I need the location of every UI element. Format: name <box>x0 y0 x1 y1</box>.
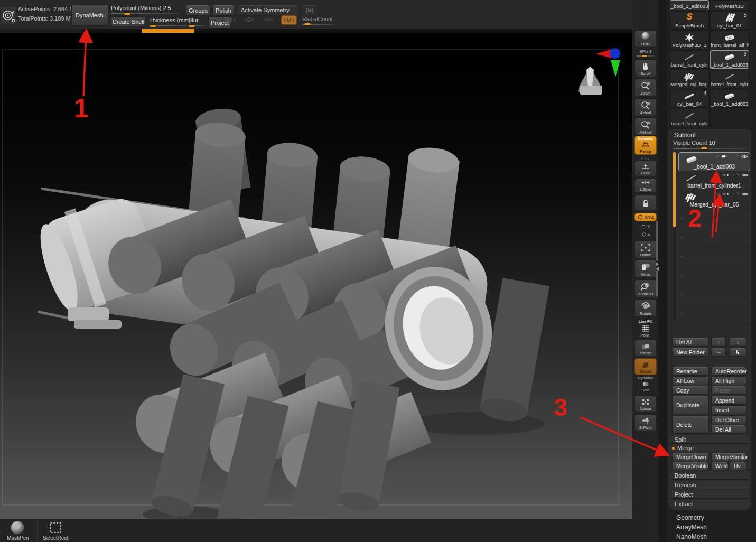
zoom3d-button[interactable]: Zoom3D <box>634 279 657 297</box>
all-high-button[interactable]: All High <box>711 376 746 385</box>
rename-button[interactable]: Rename <box>672 367 709 376</box>
thickness-slider[interactable] <box>149 25 190 26</box>
split-section[interactable]: Split <box>670 435 749 444</box>
radial-count-slider[interactable] <box>302 24 334 25</box>
rotate-xyz-button[interactable]: XYZ <box>634 213 657 221</box>
eye-icon[interactable] <box>742 192 749 197</box>
sym-m-button[interactable]: >M< <box>281 15 297 25</box>
persp-button[interactable]: Dynamic Persp <box>634 136 657 155</box>
subtool-scrollbar-thumb[interactable] <box>673 152 676 227</box>
polycount-slider[interactable] <box>111 13 179 14</box>
divider-scrollbar-upper[interactable] <box>656 221 658 261</box>
subtool-row-icons[interactable]: ↙ ●● ◐ ◑ ✎ <box>716 153 748 160</box>
geometry-section[interactable]: Geometry <box>676 514 704 521</box>
xpose-button[interactable]: Xpose <box>634 395 657 412</box>
lsym-button[interactable]: L.Sym <box>634 179 657 193</box>
sym-y-button[interactable]: >Y< <box>264 17 273 23</box>
uv-button[interactable]: Uv <box>730 462 746 470</box>
weld-button[interactable]: Weld <box>711 462 728 470</box>
activate-symmetry-button[interactable]: Activate Symmetry <box>237 5 299 15</box>
merge-similar-button[interactable]: MergeSimilar <box>711 453 746 461</box>
duplicate-button[interactable]: Duplicate <box>672 396 709 414</box>
tool-thumb-polymesh3d-1[interactable]: PolyMesh3D_1 <box>670 31 709 49</box>
merge-down-button[interactable]: MergeDown <box>672 453 709 461</box>
floor-button[interactable]: Floor <box>634 161 657 176</box>
maskpen-label[interactable]: MaskPen <box>2 535 34 541</box>
rotate-z-button[interactable]: Z <box>634 231 657 238</box>
blur-slider[interactable] <box>188 25 206 26</box>
tool-thumb-bool-1-add003-c[interactable]: _bool_1_add003 <box>710 89 749 108</box>
polyframe-button[interactable]: Line Fill PolyF <box>634 318 657 338</box>
viewport-canvas[interactable] <box>0 33 632 519</box>
ghost-button[interactable]: Ghost <box>634 358 657 375</box>
spix-slider[interactable] <box>637 55 655 57</box>
aahalf-button[interactable]: AAHalf <box>634 118 657 136</box>
subtool-row-bool-1-add003[interactable]: ↙ ●● ◐ ◑ ✎ _bool_1_add003 <box>678 152 750 171</box>
tool-thumb-barrel-front-cyl-a[interactable]: barrel_front_cylir <box>670 50 709 69</box>
axis-gizmo[interactable] <box>596 48 620 77</box>
all-low-button[interactable]: All Low <box>672 376 709 385</box>
collapse-left-icon[interactable] <box>656 267 659 271</box>
subtool-row-icons[interactable]: ↙ ●● ◐ ◑ ✎ <box>716 172 749 178</box>
tool-thumb-cyl-bar-04[interactable]: 4 cyl_bar_04 <box>670 89 709 108</box>
selectrect-label[interactable]: SelectRect <box>38 535 73 541</box>
tool-thumb-polymesh3d[interactable]: PolyMesh3D <box>710 0 749 10</box>
del-all-button[interactable]: Del All <box>711 425 746 434</box>
remesh-section[interactable]: Remesh <box>670 481 749 489</box>
boolean-section[interactable]: Boolean <box>670 471 749 480</box>
list-all-button[interactable]: List All <box>672 338 709 347</box>
move-button[interactable]: Move <box>634 260 657 278</box>
zoom-button[interactable]: Zoom <box>634 79 657 97</box>
delete-button[interactable]: Delete <box>672 415 709 434</box>
extract-section[interactable]: Extract <box>670 500 749 508</box>
merge-visible-button[interactable]: MergeVisible <box>672 462 709 470</box>
actual-button[interactable]: Actual <box>634 98 657 116</box>
nanomesh-section[interactable]: NanoMesh <box>676 533 707 540</box>
sym-x-button[interactable]: >X< <box>226 17 236 23</box>
tool-thumb-merged-cyl-bar[interactable]: Merged_cyl_bar_ <box>670 70 709 88</box>
rotate-y-button[interactable]: Y <box>634 223 657 230</box>
visible-count-slider[interactable] <box>673 148 747 149</box>
project-section[interactable]: Project <box>670 490 749 499</box>
subtool-title[interactable]: Subtool <box>674 132 696 139</box>
subtool-row-barrel-front-cylinder1[interactable]: ↙ ●● ◐ ◑ ✎ barrel_front_cylinder1 <box>678 171 750 190</box>
rotate-button[interactable]: Rotate <box>634 299 657 317</box>
set-pivot-button[interactable]: S.Pivot <box>634 414 657 431</box>
collapse-right-icon[interactable] <box>656 262 659 266</box>
polish-button[interactable]: Polish <box>212 5 235 16</box>
maskpen-brush-icon[interactable] <box>7 520 27 535</box>
scroll-button[interactable]: Scroll <box>634 59 657 77</box>
move-into-button[interactable]: ↳ <box>729 348 746 357</box>
tool-thumb-bool-1-add003-a[interactable]: _bool_1_add003 <box>670 0 709 10</box>
tool-thumb-bool-1-add003-b[interactable]: 3 _bool_1_add003 <box>710 50 749 69</box>
sym-z-button[interactable]: >Z< <box>245 17 254 23</box>
groups-button[interactable]: Groups <box>186 5 210 16</box>
selectrect-icon[interactable] <box>49 521 62 534</box>
move-up-button[interactable]: ↑ <box>711 338 726 347</box>
eye-icon[interactable] <box>741 154 748 159</box>
dynamesh-button[interactable]: DynaMesh <box>71 4 108 26</box>
active-brush-button[interactable]: D <box>1 7 16 24</box>
new-folder-button[interactable]: New Folder <box>672 348 709 357</box>
merge-section[interactable]: Merge <box>670 444 749 452</box>
del-other-button[interactable]: Del Other <box>711 415 746 424</box>
frame-button[interactable]: Frame <box>634 240 657 258</box>
transp-button[interactable]: Transp <box>634 340 657 357</box>
tool-thumb-barrel-front-cyl-b[interactable]: barrel_front_cylir <box>710 70 749 88</box>
move-down-button[interactable]: ↓ <box>729 338 746 347</box>
tool-thumb-simplebrush[interactable]: S SimpleBrush <box>670 11 709 30</box>
tool-thumb-cyl-bar-01[interactable]: 5 cyl_bar_01 <box>710 11 749 30</box>
insert-button[interactable]: Insert <box>711 405 746 414</box>
solo-button[interactable]: Solo <box>634 380 657 393</box>
local-transform-button[interactable] <box>634 195 657 211</box>
divider-scrollbar-lower[interactable] <box>656 270 658 297</box>
move-to-folder-button[interactable]: ↪ <box>711 348 726 357</box>
subtool-row-icons[interactable]: ↙ ●● ◐ ◑ ✎ <box>716 191 749 197</box>
arraymesh-section[interactable]: ArrayMesh <box>676 524 707 531</box>
tool-thumb-front-barrel-all[interactable]: front_barrel_all_h <box>710 31 749 49</box>
append-button[interactable]: Append <box>711 396 746 405</box>
paste-button[interactable]: Paste <box>711 386 746 395</box>
create-shell-button[interactable]: Create Shell <box>111 16 146 27</box>
autoreorder-button[interactable]: AutoReorder <box>711 367 746 376</box>
tool-thumb-barrel-front-cyl-c[interactable]: barrel_front_cylir <box>670 109 709 127</box>
